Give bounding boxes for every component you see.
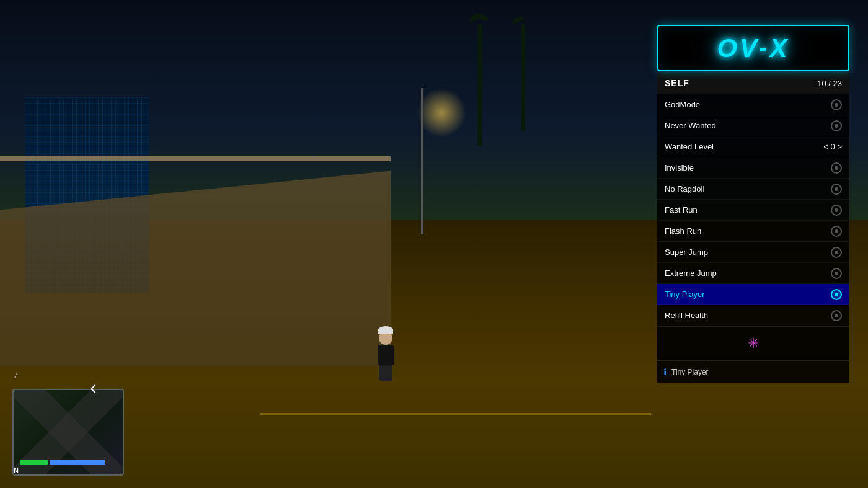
tiny-player-label: Tiny Player xyxy=(665,290,705,299)
flash-run-value xyxy=(831,226,842,237)
refill-health-value xyxy=(831,310,842,321)
menu-item-tiny-player[interactable]: Tiny Player xyxy=(657,284,849,305)
never-wanted-value xyxy=(831,120,842,131)
armor-bar xyxy=(50,460,105,465)
svg-point-3 xyxy=(835,187,838,191)
super-jump-value xyxy=(831,247,842,258)
svg-point-1 xyxy=(835,124,838,128)
no-ragdoll-label: No Ragdoll xyxy=(665,184,704,193)
wanted-level-number: < 0 > xyxy=(823,142,842,151)
menu-item-godmode[interactable]: GodMode xyxy=(657,94,849,115)
fast-run-value xyxy=(831,205,842,216)
menu-item-super-jump[interactable]: Super Jump xyxy=(657,242,849,263)
invisible-value xyxy=(831,162,842,174)
no-ragdoll-value xyxy=(831,184,842,195)
menu-logo-text: OV-X xyxy=(717,33,789,63)
menu-item-fast-run[interactable]: Fast Run xyxy=(657,200,849,221)
road-marking xyxy=(260,413,651,415)
super-jump-toggle-icon xyxy=(831,247,842,258)
invisible-toggle-icon xyxy=(831,162,842,174)
svg-point-8 xyxy=(835,293,838,296)
health-bar xyxy=(20,460,48,465)
minimap xyxy=(12,389,124,476)
invisible-label: Invisible xyxy=(665,163,694,172)
refill-health-toggle-icon xyxy=(831,310,842,321)
godmode-toggle-icon xyxy=(831,99,842,110)
menu-description: ℹ Tiny Player xyxy=(657,360,849,383)
menu-item-extreme-jump[interactable]: Extreme Jump xyxy=(657,263,849,284)
menu-item-wanted-level[interactable]: Wanted Level < 0 > xyxy=(657,136,849,157)
svg-point-6 xyxy=(835,251,838,254)
svg-point-0 xyxy=(835,103,838,107)
extreme-jump-label: Extreme Jump xyxy=(665,268,717,278)
wanted-level-label: Wanted Level xyxy=(665,142,714,151)
never-wanted-toggle-icon xyxy=(831,120,842,131)
menu-items-list: GodMode Never Wanted Wanted Level < 0 > xyxy=(657,94,849,326)
flash-run-toggle-icon xyxy=(831,226,842,237)
svg-point-5 xyxy=(835,229,838,233)
super-jump-label: Super Jump xyxy=(665,247,708,257)
info-icon: ℹ xyxy=(663,367,666,377)
character-hat xyxy=(378,326,393,334)
menu-header: SELF 10 / 23 xyxy=(657,73,849,94)
svg-point-4 xyxy=(835,208,838,212)
mod-menu-panel: OV-X SELF 10 / 23 GodMode Never Wanted xyxy=(657,25,849,383)
menu-item-invisible[interactable]: Invisible xyxy=(657,157,849,179)
menu-item-never-wanted[interactable]: Never Wanted xyxy=(657,115,849,136)
character-legs xyxy=(379,365,392,381)
extreme-jump-toggle-icon xyxy=(831,268,842,279)
svg-point-7 xyxy=(835,272,838,275)
music-icon: ♪ xyxy=(14,370,18,379)
refill-health-label: Refill Health xyxy=(665,311,708,320)
tiny-player-value xyxy=(831,289,842,300)
bridge-rails xyxy=(0,156,391,161)
never-wanted-label: Never Wanted xyxy=(665,121,716,130)
player-character xyxy=(373,331,398,381)
godmode-value xyxy=(831,99,842,110)
no-ragdoll-toggle-icon xyxy=(831,184,842,195)
menu-item-no-ragdoll[interactable]: No Ragdoll xyxy=(657,179,849,200)
menu-category-label: SELF xyxy=(665,78,689,88)
menu-preview: ✳ xyxy=(657,326,849,360)
character-body xyxy=(378,345,394,365)
street-lamp-glow xyxy=(417,88,466,138)
palm-trunk-1 xyxy=(477,24,482,146)
menu-logo: OV-X xyxy=(657,25,849,71)
menu-item-count: 10 / 23 xyxy=(817,79,842,88)
godmode-label: GodMode xyxy=(665,100,700,109)
menu-item-flash-run[interactable]: Flash Run xyxy=(657,221,849,242)
fast-run-toggle-icon xyxy=(831,205,842,216)
fast-run-label: Fast Run xyxy=(665,205,698,215)
svg-point-2 xyxy=(835,166,838,170)
character-head xyxy=(379,331,392,345)
description-text: Tiny Player xyxy=(671,368,709,376)
wanted-level-value: < 0 > xyxy=(823,142,842,151)
compass-north: N xyxy=(14,467,19,474)
extreme-jump-value xyxy=(831,268,842,279)
menu-item-refill-health[interactable]: Refill Health xyxy=(657,305,849,326)
street-lamp-pole xyxy=(421,88,423,234)
svg-point-9 xyxy=(835,314,838,317)
tiny-player-toggle-icon xyxy=(831,289,842,300)
flash-run-label: Flash Run xyxy=(665,226,701,236)
palm-trunk-2 xyxy=(521,24,525,131)
preview-icon: ✳ xyxy=(748,335,759,352)
